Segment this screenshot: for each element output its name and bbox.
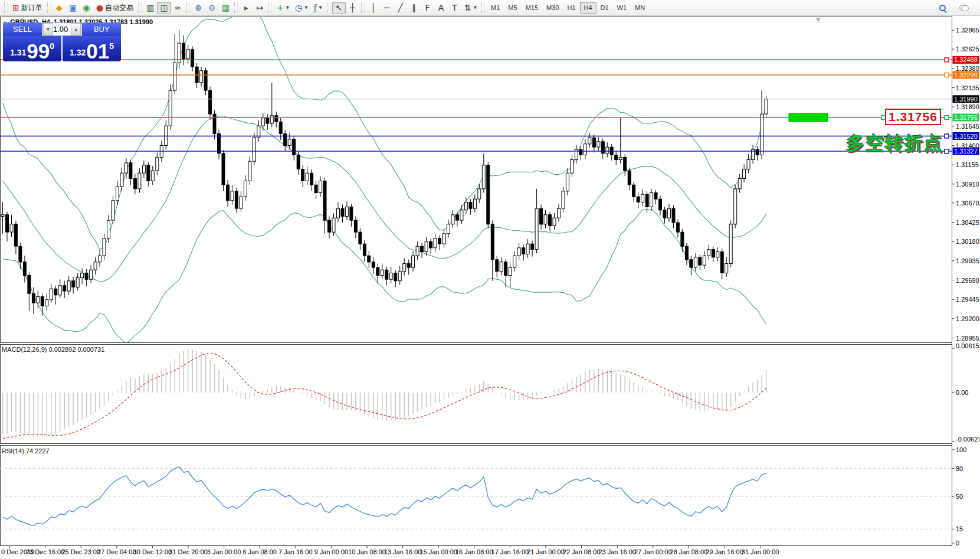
candle-body — [133, 179, 136, 189]
line-anchor[interactable] — [945, 58, 949, 62]
charts-window-icon: ▣ — [69, 4, 77, 12]
candle-body — [615, 155, 618, 160]
market-watch-button[interactable]: ▣ — [66, 2, 80, 14]
line-anchor[interactable] — [945, 134, 949, 138]
metals-button[interactable]: ◆ — [53, 2, 66, 14]
candle-body — [531, 244, 534, 249]
buy-button[interactable]: BUY — [82, 22, 121, 36]
candle-body — [14, 224, 17, 246]
trendline-button[interactable]: ╱ — [394, 2, 407, 14]
rsi-panel[interactable] — [1, 446, 952, 546]
chevron-down-icon[interactable]: ▼ — [319, 5, 322, 10]
candle-body — [743, 169, 746, 179]
volume-input[interactable]: 1.00 — [53, 23, 71, 35]
price-level-callout[interactable]: 1.31756 — [885, 109, 941, 125]
signals-button[interactable]: ◉ — [80, 2, 93, 14]
candle-body — [41, 297, 44, 306]
hline-button[interactable]: ─ — [380, 2, 394, 14]
zoom-out-button[interactable]: ⊖ — [205, 2, 219, 14]
candle-body — [1, 215, 4, 217]
candle-body — [385, 270, 388, 279]
fibonacci-button[interactable]: F — [421, 2, 434, 14]
candle-body — [116, 187, 119, 201]
candle-body — [85, 273, 88, 280]
autotrade-button-label: 自动交易 — [105, 3, 133, 13]
candle-body — [90, 270, 93, 279]
turning-point-annotation[interactable]: 多空转折点 — [846, 131, 943, 156]
timeframe-w1[interactable]: W1 — [613, 2, 631, 14]
chevron-down-icon[interactable]: ▼ — [304, 5, 307, 10]
timeframe-h1[interactable]: H1 — [563, 2, 579, 14]
timeframe-m30[interactable]: M30 — [542, 2, 563, 14]
candle-body — [558, 208, 561, 218]
cursor-button[interactable]: ↖ — [332, 2, 346, 14]
chevron-down-icon[interactable]: ▼ — [286, 5, 289, 10]
candle-body — [76, 278, 79, 287]
rsi-tick-label: 100 — [956, 446, 966, 453]
candle-body — [425, 241, 428, 251]
candlestick-icon: ◫ — [160, 4, 168, 12]
new-order-button[interactable]: ⊞新订单 — [9, 2, 45, 14]
candle-body — [712, 250, 714, 257]
search-button[interactable] — [936, 2, 949, 14]
timeframe-d1[interactable]: D1 — [596, 2, 613, 14]
vline-button[interactable]: │ — [366, 2, 380, 14]
fibo-icon: F — [425, 4, 430, 12]
candle-body — [261, 118, 264, 126]
text-label-button[interactable]: T — [448, 2, 461, 14]
chat-button[interactable] — [956, 2, 972, 14]
timeframe-mn[interactable]: MN — [631, 2, 649, 14]
candle-body — [720, 252, 723, 273]
time-tick-label: 7 Jan 16:00 — [278, 548, 313, 555]
chart-shift-button[interactable]: ↦ — [253, 2, 267, 14]
candle-body — [107, 220, 110, 238]
candle-body — [566, 173, 569, 191]
line-chart-icon: ≈ — [174, 4, 181, 12]
main-chart-panel[interactable] — [1, 17, 952, 343]
autotrade-button[interactable]: ●自动交易 — [93, 2, 136, 14]
price-tag-label: 1.31990 — [954, 96, 978, 103]
crosshair-button[interactable]: ┼ — [346, 2, 359, 14]
channel-button[interactable]: ∥ — [407, 2, 421, 14]
time-tick-label: 31 Jan 00:00 — [742, 548, 779, 555]
channel-icon: ∥ — [412, 4, 416, 12]
arrows-button[interactable]: ⇅▼ — [461, 2, 480, 14]
sell-button[interactable]: SELL — [3, 22, 42, 36]
price-tick-label: 1.32865 — [956, 27, 979, 34]
line-anchor[interactable] — [945, 73, 949, 77]
volume-decrease-button[interactable]: ▼ — [43, 23, 53, 35]
timeframe-m5[interactable]: M5 — [504, 2, 521, 14]
candle-body — [332, 218, 335, 232]
text-button[interactable]: A — [434, 2, 448, 14]
bar-chart-button[interactable]: ▥ — [143, 2, 157, 14]
candle-body — [253, 138, 255, 161]
chart-canvas[interactable]: 1.328651.326251.323801.321351.318901.316… — [0, 0, 980, 559]
indicators-button[interactable]: ƒ▼ — [311, 2, 325, 14]
candle-body — [200, 71, 203, 83]
crosshair-icon: ┼ — [350, 4, 355, 12]
candle — [734, 185, 737, 228]
timeframe-h4[interactable]: H4 — [580, 2, 596, 14]
volume-increase-button[interactable]: ▲ — [71, 23, 81, 35]
new-chart-button[interactable]: +▼ — [274, 2, 292, 14]
chevron-down-icon[interactable]: ▼ — [474, 5, 477, 10]
timeframe-m15[interactable]: M15 — [522, 2, 542, 14]
candle-body — [398, 272, 401, 281]
candlestick-chart-button[interactable]: ◫ — [157, 2, 171, 14]
buy-price[interactable]: 1.32 01 5 — [63, 36, 121, 61]
timeframe-m1[interactable]: M1 — [487, 2, 504, 14]
candle-body — [637, 197, 640, 202]
sell-price[interactable]: 1.31 99 0 — [3, 36, 61, 61]
periods-button[interactable]: ◷▼ — [292, 2, 311, 14]
candle-body — [45, 300, 48, 306]
candle-body — [28, 276, 31, 294]
tile-windows-button[interactable]: ▦ — [219, 2, 232, 14]
candle-body — [412, 256, 415, 267]
line-anchor[interactable] — [945, 149, 949, 153]
line-chart-button[interactable]: ≈ — [171, 2, 185, 14]
line-anchor[interactable] — [945, 116, 949, 120]
macd-panel[interactable] — [1, 345, 952, 444]
autoscroll-button[interactable]: ▸ — [240, 2, 253, 14]
zoom-in-button[interactable]: ⊕ — [192, 2, 205, 14]
green-highlight-box[interactable] — [789, 113, 828, 122]
